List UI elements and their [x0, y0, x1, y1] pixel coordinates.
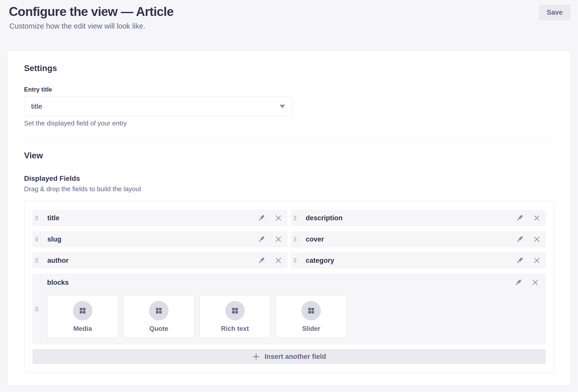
fields-grid: title description slug [33, 210, 546, 344]
drag-icon [35, 237, 38, 242]
edit-field-button[interactable] [516, 235, 524, 243]
caret-down-icon [280, 105, 285, 108]
field-actions [258, 214, 287, 222]
four-squares-icon [307, 307, 315, 315]
field-card-title: title [33, 210, 287, 226]
page-subtitle: Customize how the edit view will look li… [9, 21, 570, 31]
edit-field-button[interactable] [516, 257, 524, 264]
component-badge [225, 301, 245, 320]
cross-icon [533, 236, 540, 243]
field-card-slug: slug [33, 231, 287, 247]
field-actions [516, 257, 545, 264]
entry-title-label: Entry title [24, 86, 554, 93]
component-badge [301, 301, 321, 320]
drag-icon [293, 215, 297, 221]
drag-icon [35, 258, 38, 263]
field-card-cover: cover [291, 231, 546, 247]
pencil-icon [516, 214, 524, 222]
edit-field-button[interactable] [258, 235, 265, 243]
pencil-icon [514, 279, 522, 286]
drag-handle[interactable] [291, 232, 299, 247]
drag-handle[interactable] [33, 274, 40, 344]
cross-icon [532, 279, 539, 286]
remove-field-button[interactable] [533, 257, 540, 264]
field-card-category: category [291, 253, 546, 268]
field-actions [258, 235, 287, 243]
remove-field-button[interactable] [533, 214, 540, 222]
drag-icon [35, 307, 38, 312]
field-name: description [299, 214, 343, 222]
four-squares-icon [79, 307, 87, 315]
component-label: Slider [302, 325, 320, 333]
pencil-icon [516, 257, 524, 264]
drag-handle[interactable] [291, 210, 299, 226]
component-label: Rich text [221, 325, 249, 333]
drag-icon [293, 237, 297, 242]
page-header: Configure the view — Article Customize h… [0, 0, 578, 51]
entry-title-group: Entry title title Set the displayed fiel… [24, 86, 554, 127]
field-name: category [299, 257, 334, 265]
field-name: slug [40, 235, 61, 243]
four-squares-icon [231, 307, 239, 315]
blocks-content: blocks Media Quote [40, 274, 545, 344]
section-divider [24, 139, 554, 139]
four-squares-icon [155, 307, 163, 315]
field-name: cover [299, 235, 324, 243]
component-badge [73, 301, 92, 320]
drag-icon [293, 258, 297, 263]
cross-icon [533, 214, 540, 222]
fields-dropzone: title description slug [24, 201, 554, 373]
edit-field-button[interactable] [258, 257, 265, 264]
field-card-description: description [291, 210, 546, 226]
field-actions [258, 257, 287, 264]
cross-icon [533, 257, 540, 264]
component-badge [149, 301, 169, 320]
edit-field-button[interactable] [516, 214, 524, 222]
field-card-blocks: blocks Media Quote [33, 274, 546, 344]
displayed-fields-hint: Drag & drop the fields to build the layo… [24, 185, 554, 193]
insert-another-field-label: Insert another field [264, 353, 326, 361]
drag-handle[interactable] [33, 232, 40, 247]
plus-icon [252, 353, 260, 361]
remove-field-button[interactable] [275, 236, 282, 243]
component-label: Media [73, 325, 92, 333]
pencil-icon [516, 235, 524, 243]
insert-another-field-button[interactable]: Insert another field [33, 349, 546, 364]
entry-title-hint: Set the displayed field of your entry [24, 119, 554, 127]
component-label: Quote [149, 325, 168, 333]
page-title: Configure the view — Article [9, 4, 570, 19]
settings-heading: Settings [24, 63, 554, 73]
field-name: blocks [47, 278, 69, 287]
edit-field-button[interactable] [258, 214, 265, 222]
cross-icon [275, 214, 282, 222]
blocks-header: blocks [47, 278, 539, 287]
component-card-media[interactable]: Media [47, 295, 118, 338]
save-button[interactable]: Save [539, 5, 570, 20]
remove-field-button[interactable] [275, 257, 282, 264]
component-card-slider[interactable]: Slider [276, 295, 347, 338]
field-actions [516, 235, 545, 243]
pencil-icon [258, 257, 265, 264]
pencil-icon [258, 214, 265, 222]
remove-field-button[interactable] [533, 236, 540, 243]
drag-handle[interactable] [33, 210, 40, 226]
component-card-rich-text[interactable]: Rich text [199, 295, 271, 338]
entry-title-select[interactable]: title [24, 97, 293, 116]
displayed-fields-label: Displayed Fields [24, 174, 554, 183]
entry-title-select-value: title [31, 102, 42, 111]
drag-handle[interactable] [33, 253, 40, 268]
drag-handle[interactable] [291, 253, 299, 268]
cross-icon [275, 236, 282, 243]
field-actions [514, 279, 539, 286]
field-name: title [40, 214, 59, 222]
components-row: Media Quote Rich text Slider [47, 295, 539, 338]
remove-field-button[interactable] [275, 214, 282, 222]
pencil-icon [258, 235, 265, 243]
field-name: author [40, 257, 69, 265]
field-card-author: author [33, 253, 287, 268]
component-card-quote[interactable]: Quote [123, 295, 194, 338]
edit-field-button[interactable] [514, 279, 522, 286]
remove-field-button[interactable] [532, 279, 539, 286]
field-actions [516, 214, 545, 222]
configuration-card: Settings Entry title title Set the displ… [8, 51, 570, 385]
